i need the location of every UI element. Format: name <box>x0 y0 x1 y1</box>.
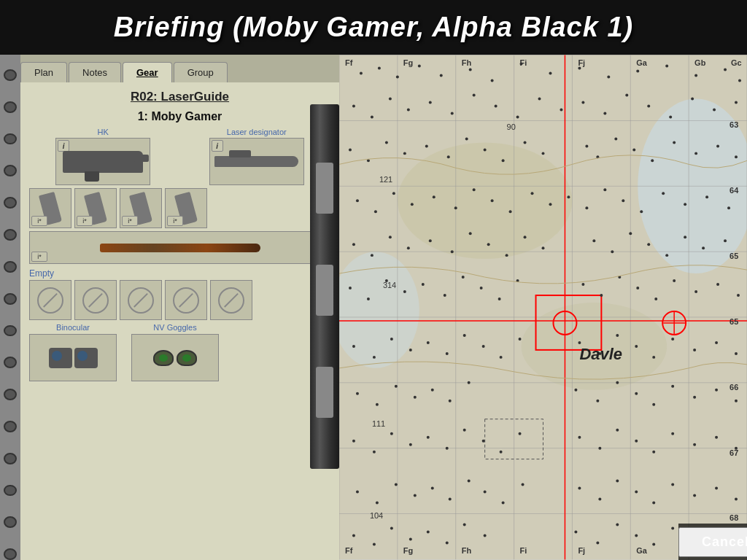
svg-point-68 <box>425 144 428 147</box>
svg-point-73 <box>524 141 527 144</box>
svg-point-101 <box>684 203 686 206</box>
svg-point-76 <box>596 155 599 158</box>
svg-point-134 <box>600 294 603 297</box>
svg-point-139 <box>694 290 697 293</box>
svg-text:104: 104 <box>370 511 383 520</box>
svg-point-56 <box>581 101 584 104</box>
equipment-row: Binocular NV Goggles <box>29 323 330 381</box>
spiral-hole <box>4 165 17 176</box>
svg-point-118 <box>647 243 650 246</box>
svg-point-162 <box>376 403 379 406</box>
svg-point-177 <box>352 440 355 443</box>
svg-point-135 <box>618 276 621 279</box>
svg-point-43 <box>724 69 727 71</box>
svg-point-24 <box>553 311 576 335</box>
svg-point-214 <box>735 498 738 501</box>
svg-point-57 <box>603 112 606 114</box>
tab-notes[interactable]: Notes <box>69 62 121 82</box>
info-badge-primary[interactable]: i <box>58 140 69 152</box>
svg-point-194 <box>715 436 718 439</box>
mag-star-badge-2[interactable]: i* <box>77 216 93 226</box>
svg-point-119 <box>665 254 668 257</box>
cancel-button[interactable]: Cancel <box>678 527 747 557</box>
svg-text:65: 65 <box>729 252 738 260</box>
svg-point-55 <box>560 108 562 111</box>
empty-slot-icon <box>128 287 154 314</box>
mag-card-3: i* <box>120 188 162 228</box>
svg-point-218 <box>409 537 412 540</box>
svg-point-198 <box>395 483 398 486</box>
svg-point-30 <box>378 67 381 70</box>
svg-point-110 <box>469 232 472 235</box>
svg-point-94 <box>549 203 551 206</box>
svg-point-141 <box>737 294 740 297</box>
svg-point-93 <box>531 192 534 195</box>
svg-point-227 <box>652 542 655 545</box>
weapon-row: HK i Laser designator i <box>29 128 330 185</box>
mag-star-badge-3[interactable]: i* <box>122 216 138 226</box>
empty-slot-icon <box>82 287 109 314</box>
spiral-hole <box>4 197 17 209</box>
svg-point-179 <box>390 432 393 435</box>
svg-point-91 <box>491 199 494 202</box>
svg-point-143 <box>373 356 376 359</box>
empty-slot-icon <box>37 287 63 314</box>
tab-plan[interactable]: Plan <box>20 62 67 82</box>
svg-point-224 <box>596 541 599 544</box>
svg-text:Fi: Fi <box>520 546 527 555</box>
svg-point-54 <box>538 98 541 101</box>
svg-point-166 <box>449 400 452 402</box>
svg-point-222 <box>484 534 487 537</box>
svg-point-97 <box>603 188 606 191</box>
svg-text:121: 121 <box>379 175 392 184</box>
svg-text:64: 64 <box>729 186 739 195</box>
mag-card-2: i* <box>74 188 117 228</box>
empty-slot-4 <box>165 280 207 320</box>
svg-rect-0 <box>339 55 747 560</box>
primary-weapon-label: HK <box>98 128 109 136</box>
item-star-badge[interactable]: i* <box>31 252 47 262</box>
svg-text:Fh: Fh <box>462 546 472 555</box>
svg-point-132 <box>516 279 519 282</box>
svg-text:111: 111 <box>372 419 385 428</box>
svg-point-80 <box>673 141 676 144</box>
svg-point-70 <box>465 137 468 140</box>
laser-designator-icon <box>214 156 298 167</box>
svg-point-59 <box>647 104 650 107</box>
svg-rect-28 <box>485 419 543 459</box>
mag-star-badge-4[interactable]: i* <box>167 216 183 226</box>
svg-point-125 <box>385 279 388 282</box>
mag-star-badge-1[interactable]: i* <box>31 216 47 226</box>
svg-point-193 <box>693 443 696 446</box>
svg-point-65 <box>367 159 370 162</box>
empty-section-label: Empty <box>29 268 330 279</box>
binder-hole <box>316 265 333 316</box>
svg-point-35 <box>491 79 494 82</box>
empty-slot-2 <box>74 280 117 320</box>
svg-point-104 <box>352 243 355 246</box>
svg-point-184 <box>482 440 485 443</box>
svg-point-60 <box>669 115 672 118</box>
tab-group[interactable]: Group <box>174 62 228 82</box>
svg-point-44 <box>738 79 741 82</box>
svg-text:90: 90 <box>507 122 516 131</box>
svg-point-165 <box>431 389 434 392</box>
svg-point-79 <box>651 159 654 162</box>
spiral-hole <box>4 453 17 464</box>
svg-point-52 <box>495 104 498 107</box>
spiral-binding <box>0 55 20 560</box>
svg-point-85 <box>374 210 377 213</box>
info-badge-secondary[interactable]: i <box>212 140 223 152</box>
svg-point-146 <box>427 341 430 344</box>
svg-point-174 <box>693 396 696 399</box>
svg-point-127 <box>422 283 425 286</box>
svg-point-102 <box>705 195 708 198</box>
svg-point-220 <box>446 541 449 544</box>
svg-point-155 <box>635 345 638 348</box>
svg-point-133 <box>581 283 584 286</box>
svg-point-92 <box>509 210 512 213</box>
svg-text:65: 65 <box>729 317 738 326</box>
tab-gear[interactable]: Gear <box>123 62 172 82</box>
map-grid-svg: Ff Fg Fh Fi Fj Ga Gb Gc Ff Fg Fh Fi Fj G… <box>339 55 747 560</box>
svg-point-223 <box>574 530 577 533</box>
